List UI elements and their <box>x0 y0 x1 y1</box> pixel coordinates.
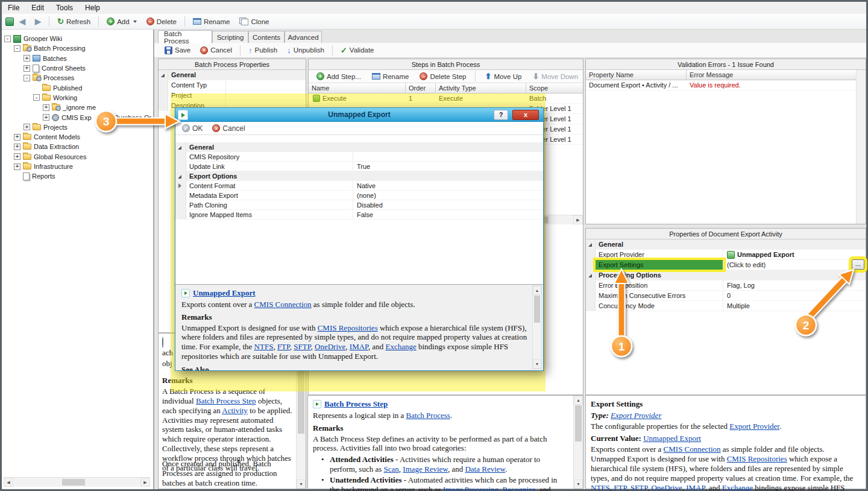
category-general[interactable]: General <box>586 239 866 250</box>
property-row-export-settings[interactable]: Export Settings (Click to edit) <box>586 260 866 270</box>
move-down-button[interactable]: ⬇Move Down <box>528 71 582 82</box>
tree-item-global-resources[interactable]: Global Resources <box>2 152 153 162</box>
scroll-up-icon[interactable]: ▲ <box>574 396 583 405</box>
validate-button[interactable]: ✓Validate <box>336 45 379 56</box>
scroll-down-icon[interactable]: ▼ <box>297 480 306 489</box>
tree-item-control-sheets[interactable]: Control Sheets <box>2 63 153 73</box>
dialog-cancel-button[interactable]: Cancel <box>211 124 246 133</box>
property-row-export-provider[interactable]: Export Provider Unmapped Export <box>586 250 866 260</box>
inline-link[interactable]: Recognize <box>502 485 535 491</box>
inline-link[interactable]: Export Provider <box>729 422 779 431</box>
collapse-arrow-icon[interactable] <box>159 70 168 80</box>
rename-button[interactable]: Rename <box>189 16 234 27</box>
category-general[interactable]: General <box>159 70 306 80</box>
inline-link[interactable]: Batch Process <box>406 411 450 420</box>
inline-link[interactable]: CMIS Repositories <box>727 454 787 463</box>
collapse-arrow-icon[interactable] <box>586 239 596 249</box>
expand-expander-icon[interactable] <box>14 134 20 141</box>
menu-tools[interactable]: Tools <box>50 2 79 13</box>
scrollbar-thumb[interactable] <box>575 405 582 442</box>
scroll-right-icon[interactable]: ▶ <box>573 215 583 224</box>
collapse-expander-icon[interactable] <box>14 45 20 52</box>
scrollbar-thumb[interactable] <box>62 479 85 486</box>
refresh-button[interactable]: ↻Refresh <box>53 16 95 27</box>
expand-expander-icon[interactable] <box>14 144 20 150</box>
tab-advanced[interactable]: Advanced <box>285 31 322 43</box>
collapse-arrow-icon[interactable] <box>175 142 186 151</box>
validation-error-row[interactable]: Document Export • Activity / ... Value i… <box>586 80 866 90</box>
tree-item-batch-processing[interactable]: Batch Processing <box>2 43 153 53</box>
collapse-arrow-icon[interactable] <box>175 171 186 180</box>
inline-link[interactable]: CMIS Connection <box>664 445 721 454</box>
scrollbar-thumb[interactable] <box>534 296 540 323</box>
inline-link[interactable]: IMAP <box>350 342 368 351</box>
dialog-help-button[interactable]: ? <box>494 110 508 120</box>
inline-link[interactable]: IMAP <box>686 483 705 491</box>
nav-forward-button[interactable]: ▶ <box>31 16 45 27</box>
scroll-left-icon[interactable]: ◀ <box>4 478 13 487</box>
inline-link[interactable]: Exchange <box>722 483 753 491</box>
dialog-row-cmis-repository[interactable]: CMIS Repository <box>175 152 543 162</box>
inline-link[interactable]: Scan <box>384 464 399 474</box>
tree-item-working[interactable]: Working <box>2 93 153 103</box>
expand-expander-icon[interactable] <box>24 55 30 62</box>
expand-expander-icon[interactable] <box>43 104 49 111</box>
inline-link[interactable]: Data Review <box>465 464 505 474</box>
property-row-content-type[interactable]: Content Typ <box>159 80 306 90</box>
inline-link[interactable]: CMIS Connection <box>254 300 312 309</box>
dialog-description-scrollbar[interactable]: ▲ ▼ <box>532 285 542 369</box>
dialog-category-export-options[interactable]: Export Options <box>175 171 543 181</box>
tab-batch-process[interactable]: Batch Process <box>158 30 212 43</box>
publish-button[interactable]: ↑Publish <box>244 45 281 56</box>
dialog-title-bar[interactable]: Unmapped Export ? x <box>175 108 543 122</box>
unmapped-export-link[interactable]: Unmapped Export <box>193 288 256 297</box>
tree-item-grooper-wiki[interactable]: Grooper Wiki <box>2 34 153 43</box>
dialog-row-ignore-mapped-items[interactable]: Ignore Mapped ItemsFalse <box>175 210 543 220</box>
inline-link[interactable]: NTFS <box>591 483 610 491</box>
export-settings-ellipsis-button[interactable]: ... <box>852 259 864 270</box>
tree-item-infrastructure[interactable]: Infrastructure <box>2 162 153 171</box>
property-row-concurrency-mode[interactable]: Concurrency ModeMultiple <box>586 301 866 311</box>
collapse-expander-icon[interactable] <box>33 94 40 101</box>
inline-link[interactable]: SFTP <box>294 342 310 351</box>
inline-link[interactable]: FTP <box>277 342 290 351</box>
property-row-max-consecutive-errors[interactable]: Maximum Consecutive Errors0 <box>586 291 866 301</box>
inline-link[interactable]: Exchange <box>385 342 416 351</box>
inline-link[interactable]: Image Processing <box>443 485 498 491</box>
expand-expander-icon[interactable] <box>43 114 49 121</box>
tree-item-projects[interactable]: Projects <box>2 122 153 132</box>
vertical-scrollbar[interactable]: ▲ ▼ <box>573 396 583 489</box>
dialog-row-update-link[interactable]: Update LinkTrue <box>175 162 543 171</box>
scroll-down-icon[interactable]: ▼ <box>574 480 583 489</box>
inline-link[interactable]: NTFS <box>254 342 274 351</box>
unpublish-button[interactable]: ↓Unpublish <box>283 45 329 56</box>
inline-link[interactable]: Unmapped Export <box>643 434 701 443</box>
scroll-down-icon[interactable]: ▼ <box>533 360 541 369</box>
inline-link[interactable]: OneDrive <box>651 483 682 491</box>
tree-item-processes[interactable]: Processes <box>2 73 153 83</box>
move-up-button[interactable]: ⬆Move Up <box>480 71 526 82</box>
delete-step-button[interactable]: Delete Step <box>415 71 470 82</box>
scroll-up-icon[interactable]: ▲ <box>533 286 541 295</box>
menu-edit[interactable]: Edit <box>25 2 50 13</box>
tree-item-batches[interactable]: Batches <box>2 54 153 63</box>
rename-step-button[interactable]: Rename <box>368 71 413 82</box>
add-button[interactable]: Add <box>102 16 140 27</box>
dialog-row-metadata-export[interactable]: Metadata Export(none) <box>175 191 543 200</box>
tree-item-published[interactable]: Published <box>2 83 153 92</box>
save-button[interactable]: Save <box>160 45 195 56</box>
validation-scrollbar[interactable] <box>856 70 866 224</box>
expand-expander-icon[interactable] <box>14 163 20 170</box>
collapse-expander-icon[interactable] <box>24 75 30 81</box>
property-row-error-disposition[interactable]: Error DispositionFlag, Log <box>586 280 866 291</box>
expand-arrow-icon[interactable] <box>175 181 186 190</box>
tree-item-data-extraction[interactable]: Data Extraction <box>2 142 153 151</box>
cancel-button[interactable]: Cancel <box>196 45 236 56</box>
nav-back-button[interactable]: ◀ <box>15 16 30 27</box>
add-step-button[interactable]: Add Step... <box>312 71 365 82</box>
scroll-right-icon[interactable]: ▶ <box>140 478 150 487</box>
inline-link[interactable]: FTP <box>614 483 626 491</box>
inline-link[interactable]: Image Review <box>403 464 448 474</box>
expand-expander-icon[interactable] <box>24 65 30 72</box>
inline-link[interactable]: Export Provider <box>611 411 661 420</box>
